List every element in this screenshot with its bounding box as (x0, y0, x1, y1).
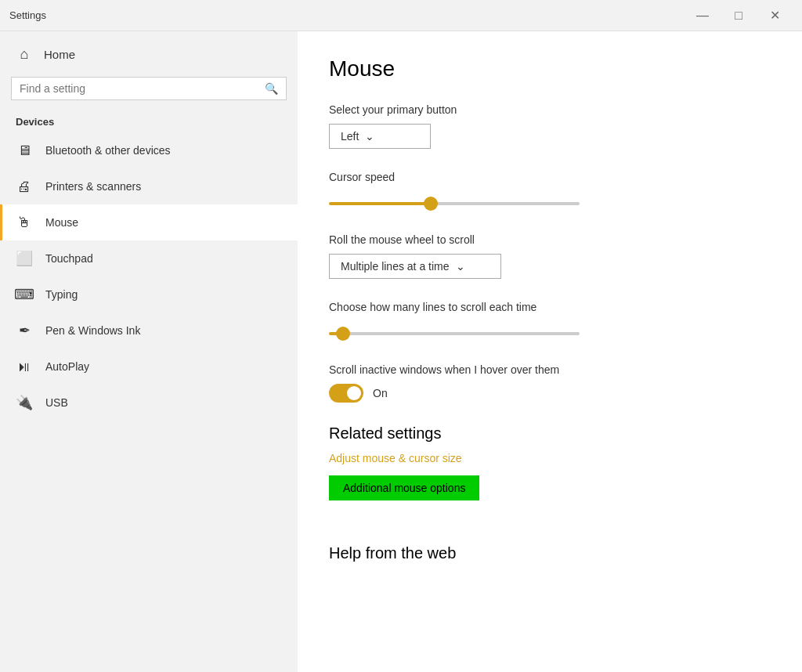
devices-section-label: Devices (0, 110, 298, 132)
sidebar-item-label: AutoPlay (45, 360, 89, 373)
scroll-wheel-label: Roll the mouse wheel to scroll (329, 233, 771, 246)
primary-button-label: Select your primary button (329, 103, 771, 116)
printers-icon: 🖨 (16, 178, 33, 195)
usb-icon: 🔌 (16, 394, 33, 411)
sidebar-item-label: Typing (45, 288, 78, 301)
window-controls: — □ ✕ (685, 3, 793, 28)
sidebar-item-label: Mouse (45, 216, 78, 229)
sidebar-item-label: Printers & scanners (45, 180, 141, 193)
cursor-speed-group: Cursor speed (329, 171, 771, 211)
scroll-lines-slider[interactable] (329, 332, 580, 335)
home-icon: ⌂ (16, 45, 33, 63)
chevron-down-icon: ⌄ (365, 130, 374, 143)
main-content: Mouse Select your primary button Left ⌄ … (298, 31, 802, 672)
touchpad-icon: ⬜ (16, 250, 33, 267)
home-label: Home (44, 48, 75, 61)
scroll-inactive-label: Scroll inactive windows when I hover ove… (329, 363, 771, 376)
related-settings-group: Related settings Adjust mouse & cursor s… (329, 425, 771, 522)
primary-button-value: Left (341, 130, 359, 143)
scroll-lines-slider-container (329, 321, 771, 341)
search-input[interactable] (20, 82, 258, 95)
search-box: 🔍 (11, 77, 287, 100)
scroll-lines-group: Choose how many lines to scroll each tim… (329, 301, 771, 341)
search-icon: 🔍 (265, 82, 278, 95)
sidebar-item-label: Pen & Windows Ink (45, 324, 140, 337)
bluetooth-icon: 🖥 (16, 142, 33, 159)
adjust-mouse-link[interactable]: Adjust mouse & cursor size (329, 452, 771, 464)
sidebar-item-pen[interactable]: ✒ Pen & Windows Ink (0, 313, 298, 349)
close-button[interactable]: ✕ (757, 3, 793, 28)
app-title: Settings (9, 9, 46, 21)
sidebar-item-touchpad[interactable]: ⬜ Touchpad (0, 240, 298, 276)
cursor-speed-slider[interactable] (329, 202, 580, 205)
sidebar-item-label: Touchpad (45, 252, 93, 265)
autoplay-icon: ⏯ (16, 358, 33, 375)
scroll-wheel-group: Roll the mouse wheel to scroll Multiple … (329, 233, 771, 279)
pen-icon: ✒ (16, 322, 33, 339)
title-bar: Settings — □ ✕ (0, 0, 802, 31)
primary-button-dropdown[interactable]: Left ⌄ (329, 124, 431, 149)
scroll-lines-label: Choose how many lines to scroll each tim… (329, 301, 771, 313)
app-body: ⌂ Home 🔍 Devices 🖥 Bluetooth & other dev… (0, 31, 802, 672)
sidebar-item-label: USB (45, 396, 68, 409)
sidebar-item-typing[interactable]: ⌨ Typing (0, 276, 298, 313)
additional-mouse-options-button[interactable]: Additional mouse options (329, 475, 479, 500)
sidebar-item-mouse[interactable]: 🖱 Mouse (0, 204, 298, 240)
cursor-speed-label: Cursor speed (329, 171, 771, 183)
related-settings-title: Related settings (329, 425, 771, 443)
cursor-speed-slider-container (329, 191, 771, 211)
sidebar-item-bluetooth[interactable]: 🖥 Bluetooth & other devices (0, 132, 298, 168)
scroll-inactive-value: On (373, 387, 388, 399)
mouse-icon: 🖱 (16, 214, 33, 231)
sidebar-item-label: Bluetooth & other devices (45, 144, 171, 157)
sidebar-item-autoplay[interactable]: ⏯ AutoPlay (0, 349, 298, 385)
scroll-inactive-group: Scroll inactive windows when I hover ove… (329, 363, 771, 403)
page-title: Mouse (329, 56, 771, 81)
typing-icon: ⌨ (16, 286, 33, 303)
scroll-wheel-dropdown[interactable]: Multiple lines at a time ⌄ (329, 254, 501, 279)
sidebar: ⌂ Home 🔍 Devices 🖥 Bluetooth & other dev… (0, 31, 298, 672)
sidebar-item-usb[interactable]: 🔌 USB (0, 385, 298, 421)
scroll-inactive-toggle-row: On (329, 384, 771, 403)
help-title: Help from the web (329, 544, 771, 562)
sidebar-item-printers[interactable]: 🖨 Printers & scanners (0, 168, 298, 204)
sidebar-item-home[interactable]: ⌂ Home (0, 31, 298, 77)
help-section: Help from the web (329, 544, 771, 562)
chevron-down-icon: ⌄ (456, 260, 465, 273)
scroll-wheel-value: Multiple lines at a time (341, 260, 450, 273)
scroll-inactive-toggle[interactable] (329, 384, 363, 403)
minimize-button[interactable]: — (685, 3, 721, 28)
maximize-button[interactable]: □ (721, 3, 757, 28)
primary-button-group: Select your primary button Left ⌄ (329, 103, 771, 149)
